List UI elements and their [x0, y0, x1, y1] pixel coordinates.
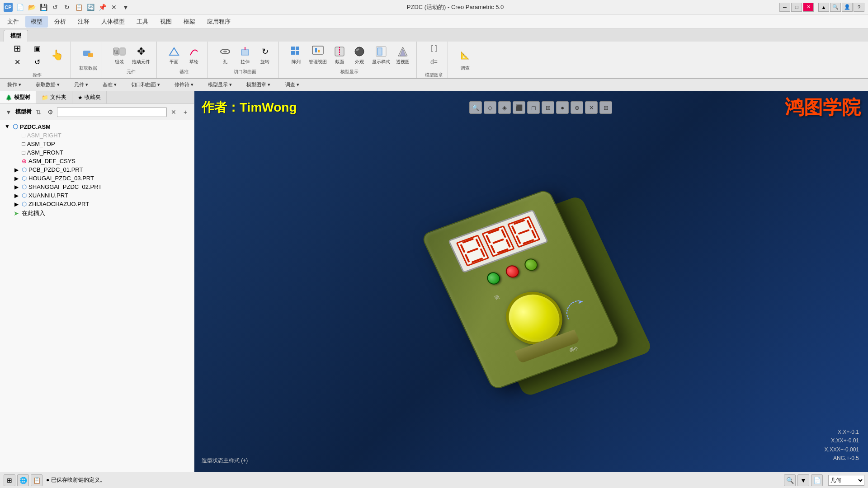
tree-item-asm-csys[interactable]: ⊕ ASM_DEF_CSYS [0, 157, 194, 165]
info-button[interactable]: ? [854, 3, 864, 12]
sub-item-decorator[interactable]: 修饰符 ▾ [171, 80, 197, 89]
menu-tools[interactable]: 工具 [131, 16, 154, 28]
menu-humanmodel[interactable]: 人体模型 [96, 16, 130, 28]
ops-btn2[interactable]: ▣ ↺ [28, 42, 46, 69]
tree-add-btn[interactable]: + [180, 107, 190, 117]
qa-open[interactable]: 📂 [26, 2, 37, 13]
search-button[interactable]: 🔍 [830, 3, 841, 12]
hole-btn[interactable]: 孔 [216, 44, 234, 66]
view-icon-8[interactable]: ✕ [585, 101, 598, 114]
status-icon-2[interactable]: 🌐 [17, 474, 29, 486]
survey-buttons: 📐 [456, 48, 474, 62]
drag-btn[interactable]: ✥ 拖动元件 [130, 44, 152, 66]
tree-item-insert[interactable]: ➤ 在此插入 [0, 208, 194, 218]
sketch-btn[interactable]: 草绘 [185, 44, 203, 66]
appearance-btn[interactable]: 外观 [350, 44, 368, 66]
account-button[interactable]: 👤 [842, 3, 853, 12]
maximize-button[interactable]: □ [791, 3, 802, 12]
menu-analysis[interactable]: 分析 [49, 16, 71, 28]
view-icon-3[interactable]: ⬛ [513, 101, 525, 114]
sub-item-operations[interactable]: 操作 ▾ [4, 80, 25, 89]
survey-btn[interactable]: 📐 [456, 48, 474, 62]
tree-sort-btn[interactable]: ⇅ [33, 107, 43, 117]
panel-tab-favorites[interactable]: ★ 收藏夹 [72, 91, 107, 103]
tree-search-input[interactable] [57, 107, 167, 117]
minimize-button[interactable]: ─ [779, 3, 790, 12]
help-button[interactable]: ▲ [818, 3, 829, 12]
ribbon-tab-model[interactable]: 模型 [4, 30, 28, 42]
tree-item-pcb[interactable]: ▶ ⬡ PCB_PZDC_01.PRT [0, 165, 194, 174]
ops-btn3[interactable]: 👆 [48, 48, 66, 62]
sub-item-stamp[interactable]: 模型图章 ▾ [243, 80, 274, 89]
viewport[interactable]: 作者：TimWong 🔍 ◇ ◈ ⬛ ◻ ⊞ ● ⊕ ✕ ⊞ 鸿图学院 [194, 91, 868, 472]
view-icon-9[interactable]: ⊞ [599, 101, 612, 114]
tree-item-pzdc[interactable]: ▼ ⬡ PZDC.ASM [0, 122, 194, 131]
tree-item-zhijiao[interactable]: ▶ ⬡ ZHIJIAOCHAZUO.PRT [0, 200, 194, 208]
qa-dropdown[interactable]: ▼ [120, 2, 131, 13]
sub-item-getdata[interactable]: 获取数据 ▾ [32, 80, 63, 89]
view-icon-7[interactable]: ⊕ [571, 101, 583, 114]
perspective-btn[interactable]: 透视图 [394, 44, 412, 66]
window-title: PZDC (活动的) - Creo Parametric 5.0 [131, 3, 779, 11]
tree-item-shanggai[interactable]: ▶ ⬡ SHANGGAI_PZDC_02.PRT [0, 183, 194, 191]
menu-file[interactable]: 文件 [2, 16, 24, 28]
tree-item-asm-top[interactable]: □ ASM_TOP [0, 140, 194, 148]
close-button[interactable]: ✕ [803, 3, 814, 12]
view-icon-1[interactable]: ◇ [484, 101, 496, 114]
tree-filter-btn[interactable]: ▼ [4, 107, 14, 117]
qa-cmd2[interactable]: 🔄 [85, 2, 96, 13]
array-btn[interactable]: 阵列 [287, 44, 305, 66]
hole-label: 孔 [223, 59, 227, 65]
menu-annotation[interactable]: 注释 [72, 16, 95, 28]
revolve-btn[interactable]: ↻ 旋转 [256, 44, 274, 66]
display-style-btn[interactable]: 显示样式 [370, 44, 392, 66]
sub-item-display[interactable]: 模型显示 ▾ [204, 80, 236, 89]
qa-redo[interactable]: ↻ [61, 2, 72, 13]
tree-item-xuanniu[interactable]: ▶ ⬡ XUANNIU.PRT [0, 191, 194, 200]
plane-btn[interactable]: 平面 [165, 44, 183, 66]
view-icon-4[interactable]: ◻ [527, 101, 540, 114]
section-btn[interactable]: 截面 [330, 44, 349, 66]
status-right-icon-2[interactable]: ▼ [797, 474, 809, 486]
sub-item-component[interactable]: 元件 ▾ [71, 80, 92, 89]
tree-toolbar: ▼ 模型树 ⇅ ⚙ ✕ + [0, 104, 194, 120]
qa-cmd3[interactable]: 📌 [97, 2, 108, 13]
view-icon-6[interactable]: ● [556, 101, 569, 114]
tree-item-asm-right[interactable]: □ ASM_RIGHT [0, 131, 194, 140]
status-right-icon-3[interactable]: 📄 [811, 474, 823, 486]
status-icon-1[interactable]: ⊞ [4, 474, 15, 486]
tree-item-asm-front[interactable]: □ ASM_FRONT [0, 148, 194, 157]
manage-view-btn[interactable]: 管理视图 [307, 44, 329, 66]
qa-new[interactable]: 📄 [14, 2, 25, 13]
view-icon-search[interactable]: 🔍 [469, 101, 482, 114]
getdata-btn[interactable] [79, 48, 97, 62]
svg-rect-13 [296, 51, 299, 55]
qa-save[interactable]: 💾 [38, 2, 49, 13]
menu-apps[interactable]: 应用程序 [202, 16, 236, 28]
menu-framework[interactable]: 框架 [178, 16, 201, 28]
qa-cmd1[interactable]: 📋 [73, 2, 84, 13]
sub-item-cut[interactable]: 切口和曲面 ▾ [127, 80, 164, 89]
status-message: ● 已保存映射键的定义。 [46, 476, 105, 484]
stamp-btn[interactable]: [ ] d= [425, 42, 443, 69]
view-icon-2[interactable]: ◈ [498, 101, 511, 114]
view-icon-5[interactable]: ⊞ [542, 101, 554, 114]
menu-view[interactable]: 视图 [155, 16, 177, 28]
status-right-icon-1[interactable]: 🔍 [784, 474, 796, 486]
tree-settings-btn[interactable]: ⚙ [45, 107, 55, 117]
menu-model[interactable]: 模型 [25, 16, 48, 28]
select-btn[interactable]: ⊞ ✕ [8, 42, 26, 69]
status-icon-3[interactable]: 📋 [31, 474, 42, 486]
qa-undo[interactable]: ↺ [50, 2, 61, 13]
sub-item-survey[interactable]: 调查 ▾ [282, 80, 303, 89]
tree-item-hougai[interactable]: ▶ ⬡ HOUGAI_PZDC_03.PRT [0, 174, 194, 183]
panel-tab-folder[interactable]: 📁 文件夹 [36, 91, 72, 103]
panel-tab-modeltree[interactable]: 🌲 模型树 [0, 91, 36, 103]
tree-search-clear[interactable]: ✕ [169, 107, 179, 117]
sub-item-datum[interactable]: 基准 ▾ [99, 80, 120, 89]
extrude-btn[interactable]: 拉伸 [236, 44, 254, 66]
qa-cmd4[interactable]: ✕ [108, 2, 119, 13]
author-label: 作者：TimWong [202, 99, 297, 116]
assemble-btn[interactable]: 组 组装 [110, 44, 128, 66]
geometry-select[interactable]: 几何 [828, 475, 864, 486]
